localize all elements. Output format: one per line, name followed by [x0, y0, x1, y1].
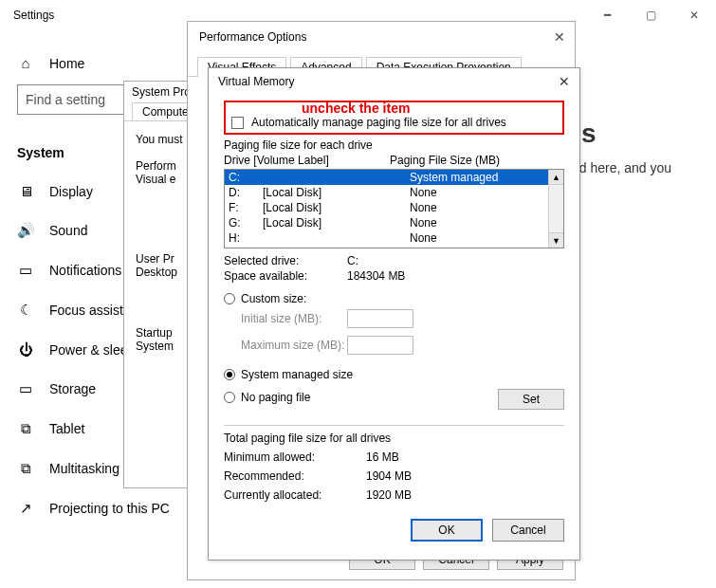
system-managed-radio[interactable]: System managed size — [224, 368, 564, 381]
custom-size-label: Custom size: — [241, 292, 306, 305]
radio-icon — [224, 392, 235, 403]
custom-size-radio[interactable]: Custom size: — [224, 292, 564, 305]
currently-allocated-label: Currently allocated: — [224, 488, 366, 502]
drive-head-size: Paging File Size (MB) — [390, 154, 500, 167]
nav-projecting-label: Projecting to this PC — [49, 501, 170, 516]
close-button[interactable]: ✕ — [672, 0, 716, 30]
nav-home-label: Home — [49, 56, 84, 71]
set-button[interactable]: Set — [498, 389, 564, 410]
space-available-label: Space available: — [224, 269, 347, 283]
multitasking-icon: ⧉ — [17, 460, 34, 477]
perf-close-button[interactable]: ✕ — [554, 29, 565, 45]
nav-focus-assist-label: Focus assist — [49, 303, 123, 318]
min-allowed-value: 16 MB — [366, 450, 399, 464]
drive-size: System managed — [410, 170, 560, 185]
focus-assist-icon: ☾ — [17, 302, 34, 319]
tablet-icon: ⧉ — [17, 420, 34, 437]
drive-label: [Local Disk] — [263, 215, 410, 230]
nav-storage-label: Storage — [49, 381, 96, 396]
vm-body: uncheck the item Automatically manage pa… — [209, 95, 579, 551]
drive-label — [263, 170, 410, 185]
drive-label: [Local Disk] — [263, 185, 410, 200]
totals-label: Total paging file size for all drives — [224, 432, 564, 445]
drive-header: Drive [Volume Label] Paging File Size (M… — [224, 154, 564, 167]
auto-manage-label: Automatically manage paging file size fo… — [251, 116, 506, 129]
nav-system-label: System — [17, 145, 64, 160]
radio-icon — [224, 293, 235, 304]
totals-box: Total paging file size for all drives Mi… — [224, 425, 564, 502]
vm-title-text: Virtual Memory — [218, 75, 294, 88]
annotation-box: uncheck the item Automatically manage pa… — [224, 101, 564, 135]
drive-row[interactable]: H: None — [225, 230, 563, 246]
sound-icon: 🔊 — [17, 222, 34, 239]
power-icon: ⏻ — [17, 341, 34, 358]
body-heading-partial: gs — [565, 119, 671, 149]
maximize-button[interactable]: ▢ — [629, 0, 672, 30]
paging-section-label: Paging file size for each drive — [224, 138, 564, 152]
space-available-value: 184304 MB — [347, 269, 405, 283]
minimize-button[interactable]: ━ — [585, 0, 629, 30]
selected-drive-label: Selected drive: — [224, 254, 347, 267]
drive-size: None — [410, 200, 560, 215]
drive-letter: H: — [229, 230, 263, 246]
min-allowed-label: Minimum allowed: — [224, 450, 366, 464]
drive-row[interactable]: D: [Local Disk] None — [225, 185, 563, 200]
drive-row[interactable]: C: System managed — [225, 170, 563, 185]
drive-size: None — [410, 230, 560, 246]
perf-titlebar: Performance Options ✕ — [188, 22, 575, 52]
nav-tablet-label: Tablet — [49, 421, 84, 436]
drive-size: None — [410, 185, 560, 200]
size-inputs: Initial size (MB): Maximum size (MB): — [241, 309, 564, 355]
body-text-partial: ved here, and you — [565, 160, 671, 175]
drive-letter: D: — [229, 185, 263, 200]
drive-label — [263, 230, 410, 246]
settings-title: Settings — [13, 9, 54, 22]
selected-drive-value: C: — [347, 254, 358, 267]
radio-icon — [224, 369, 235, 380]
recommended-value: 1904 MB — [366, 469, 412, 483]
vm-buttons: OK Cancel — [224, 519, 564, 542]
system-managed-label: System managed size — [241, 368, 353, 381]
initial-size-label: Initial size (MB): — [241, 312, 347, 325]
vm-cancel-button[interactable]: Cancel — [492, 519, 564, 542]
nav-power-label: Power & slee — [49, 342, 127, 358]
virtual-memory-dialog: Virtual Memory ✕ uncheck the item Automa… — [208, 67, 580, 560]
drive-letter: G: — [229, 215, 263, 230]
annotation-text: uncheck the item — [302, 101, 410, 116]
no-paging-label: No paging file — [241, 391, 310, 404]
drive-row[interactable]: F: [Local Disk] None — [225, 200, 563, 215]
max-size-label: Maximum size (MB): — [241, 339, 347, 352]
projecting-icon: ↗ — [17, 500, 34, 517]
initial-size-input[interactable] — [347, 309, 413, 328]
drive-letter: F: — [229, 200, 263, 215]
drive-row[interactable]: G: [Local Disk] None — [225, 215, 563, 230]
home-icon: ⌂ — [17, 55, 34, 71]
scroll-down-icon[interactable]: ▼ — [549, 232, 563, 248]
auto-manage-checkbox[interactable]: Automatically manage paging file size fo… — [231, 116, 557, 129]
storage-icon: ▭ — [17, 380, 34, 397]
drive-size: None — [410, 215, 560, 230]
max-size-input[interactable] — [347, 336, 413, 355]
drive-head-drive: Drive [Volume Label] — [224, 154, 390, 167]
nav-display-label: Display — [49, 184, 93, 199]
scroll-up-icon[interactable]: ▲ — [549, 170, 563, 185]
notifications-icon: ▭ — [17, 262, 34, 279]
nav-sound-label: Sound — [49, 223, 87, 238]
drive-label: [Local Disk] — [263, 200, 410, 215]
settings-body: gs ved here, and you — [565, 119, 671, 175]
window-controls: ━ ▢ ✕ — [585, 0, 716, 30]
vm-close-button[interactable]: ✕ — [559, 74, 570, 89]
nav-multitasking-label: Multitasking — [49, 461, 119, 476]
drive-scrollbar[interactable]: ▲ ▼ — [548, 170, 563, 248]
drive-list[interactable]: C: System managed D: [Local Disk] None F… — [224, 169, 564, 248]
search-placeholder: Find a setting — [26, 92, 105, 107]
drive-letter: C: — [229, 170, 263, 185]
nav-notifications-label: Notifications — [49, 263, 121, 278]
vm-ok-button[interactable]: OK — [411, 519, 483, 542]
vm-titlebar: Virtual Memory ✕ — [209, 68, 579, 95]
recommended-label: Recommended: — [224, 469, 366, 483]
display-icon: 🖥 — [17, 183, 34, 199]
checkbox-icon — [231, 117, 244, 129]
currently-allocated-value: 1920 MB — [366, 488, 412, 502]
perf-title-text: Performance Options — [199, 30, 306, 44]
